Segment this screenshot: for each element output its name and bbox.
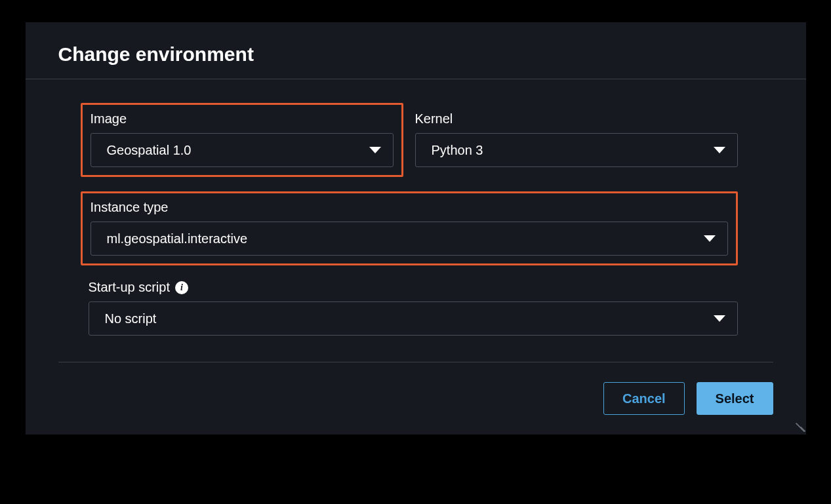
info-icon[interactable]: i: [175, 281, 188, 294]
chevron-down-icon: [704, 235, 716, 242]
dialog-title: Change environment: [58, 43, 773, 66]
startup-script-label-text: Start-up script: [89, 280, 170, 295]
chevron-down-icon: [714, 147, 725, 153]
resize-handle[interactable]: [790, 419, 803, 432]
startup-script-field-group: Start-up script i No script: [81, 280, 738, 336]
row-instance-type: Instance type ml.geospatial.interactive: [81, 191, 773, 265]
kernel-label: Kernel: [415, 111, 738, 126]
kernel-field-group: Kernel Python 3: [415, 103, 738, 177]
startup-script-label: Start-up script i: [89, 280, 738, 295]
select-button[interactable]: Select: [697, 382, 773, 415]
row-image-kernel: Image Geospatial 1.0 Kernel Python 3: [81, 103, 773, 177]
startup-script-value: No script: [105, 311, 157, 326]
dialog-body: Image Geospatial 1.0 Kernel Python 3 Ins…: [26, 79, 806, 362]
change-environment-dialog: Change environment Image Geospatial 1.0 …: [26, 22, 806, 435]
row-startup-script: Start-up script i No script: [81, 280, 773, 336]
startup-script-select[interactable]: No script: [89, 301, 738, 336]
image-label: Image: [91, 111, 394, 126]
dialog-footer: Cancel Select: [58, 362, 773, 435]
instance-type-label: Instance type: [91, 200, 728, 215]
image-field-group: Image Geospatial 1.0: [81, 103, 403, 177]
kernel-select[interactable]: Python 3: [415, 133, 738, 167]
instance-type-select[interactable]: ml.geospatial.interactive: [91, 222, 728, 256]
dialog-header: Change environment: [26, 22, 806, 79]
cancel-button[interactable]: Cancel: [603, 382, 685, 415]
chevron-down-icon: [369, 147, 381, 153]
chevron-down-icon: [714, 315, 725, 322]
image-value: Geospatial 1.0: [107, 143, 192, 158]
instance-type-value: ml.geospatial.interactive: [107, 231, 248, 246]
instance-type-field-group: Instance type ml.geospatial.interactive: [81, 191, 738, 265]
image-select[interactable]: Geospatial 1.0: [91, 133, 394, 167]
kernel-value: Python 3: [432, 143, 483, 158]
